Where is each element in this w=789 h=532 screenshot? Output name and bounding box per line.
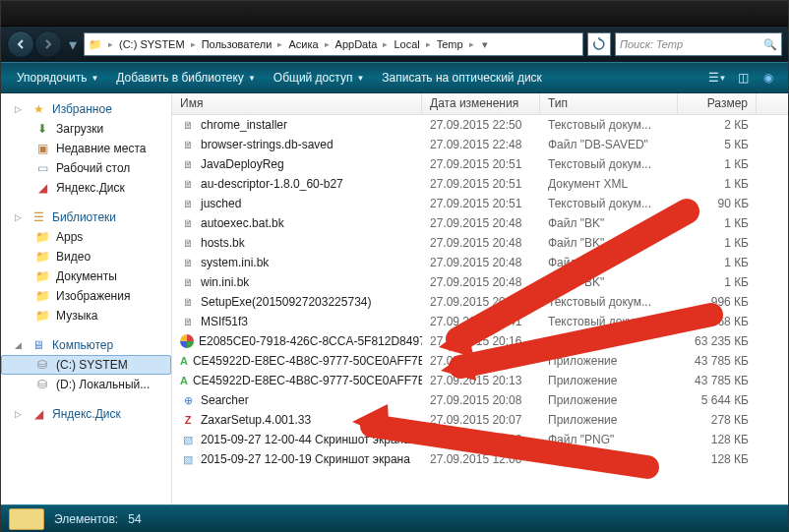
sidebar-favorites-header[interactable]: ▷ ★ Избранное [1, 99, 171, 119]
file-row[interactable]: 🗎system.ini.bk27.09.2015 20:48Файл "BK"1… [172, 253, 788, 272]
column-size[interactable]: Размер [678, 93, 757, 114]
sidebar-item-images[interactable]: 📁Изображения [1, 286, 171, 306]
address-dropdown[interactable]: ▾ [476, 38, 494, 51]
preview-pane-button[interactable]: ◫ [731, 66, 755, 89]
file-row[interactable]: 🗎jusched27.09.2015 20:51Текстовый докум.… [172, 194, 788, 213]
view-button[interactable]: ☰▼ [705, 66, 729, 89]
file-name: system.ini.bk [201, 256, 269, 269]
explorer-window: ▾ 📁 ▸ (C:) SYSTEM ▸ Пользователи ▸ Асика… [0, 0, 789, 532]
sidebar-item-drive-d[interactable]: ⛁(D:) Локальный... [1, 375, 171, 394]
file-type: Файл "DB-SAVED" [540, 138, 678, 151]
back-button[interactable] [7, 30, 34, 58]
file-type: Файл "BK" [540, 256, 678, 269]
file-name: win.ini.bk [201, 275, 249, 289]
sidebar-libraries-header[interactable]: ▷ ☰ Библиотеки [1, 207, 171, 227]
file-date: 27.09.2015 20:48 [422, 216, 540, 230]
sidebar-item-recent[interactable]: ▣Недавние места [1, 139, 171, 158]
file-row[interactable]: 🗎autoexec.bat.bk27.09.2015 20:48Файл "BK… [172, 213, 788, 233]
breadcrumb-item[interactable]: Temp [433, 33, 467, 55]
folder-icon: 📁 [34, 249, 50, 265]
file-type: Файл "BK" [540, 216, 678, 230]
column-type[interactable]: Тип [540, 93, 678, 114]
breadcrumb-item[interactable]: AppData [332, 33, 382, 55]
chevron-right-icon: ▸ [467, 39, 476, 49]
file-date: 27.09.2015 12:00 [422, 433, 540, 446]
chevron-right-icon: ▸ [424, 39, 433, 49]
sidebar-item-documents[interactable]: 📁Документы [1, 266, 171, 286]
breadcrumb-item[interactable]: Асика [284, 33, 322, 55]
statusbar: Элементов: 54 [1, 504, 788, 532]
file-date: 27.09.2015 20:42 [422, 295, 540, 309]
sidebar-item-apps[interactable]: 📁Apps [1, 227, 171, 247]
add-library-button[interactable]: Добавить в библиотеку ▼ [108, 67, 263, 89]
file-row[interactable]: E2085CE0-7918-426C-8CCA-5F812D84974927.0… [172, 331, 788, 351]
file-row[interactable]: 🗎chrome_installer27.09.2015 22:50Текстов… [172, 115, 788, 135]
file-name: E2085CE0-7918-426C-8CCA-5F812D849749 [199, 334, 422, 348]
file-list: Имя Дата изменения Тип Размер 🗎chrome_in… [172, 93, 788, 504]
sidebar-item-downloads[interactable]: ⬇Загрузки [1, 119, 171, 139]
file-row[interactable]: 🗎au-descriptor-1.8.0_60-b2727.09.2015 20… [172, 174, 788, 194]
breadcrumb-item[interactable]: Local [390, 33, 423, 55]
file-date: 27.09.2015 20:41 [422, 315, 540, 328]
file-date: 27.09.2015 20:08 [422, 393, 540, 407]
file-row[interactable]: 🗎browser-strings.db-saved27.09.2015 22:4… [172, 135, 788, 154]
file-size: 128 КБ [678, 433, 757, 446]
file-row[interactable]: 🗎MSIf51f327.09.2015 20:41Текстовый докум… [172, 312, 788, 331]
share-button[interactable]: Общий доступ ▼ [266, 67, 373, 89]
sidebar-item-yadisk[interactable]: ◢Яндекс.Диск [1, 178, 171, 198]
file-size: 1 КБ [678, 216, 757, 230]
search-input[interactable]: Поиск: Temp 🔍 [615, 32, 782, 56]
forward-button[interactable] [34, 30, 62, 58]
library-icon: ☰ [30, 209, 46, 225]
file-row[interactable]: ▧2015-09-27 12-00-19 Скриншот экрана27.0… [172, 449, 788, 469]
organize-button[interactable]: Упорядочить ▼ [9, 67, 106, 89]
file-name: 2015-09-27 12-00-19 Скриншот экрана [201, 452, 410, 466]
sidebar-item-drive-c[interactable]: ⛁(C:) SYSTEM [1, 355, 171, 375]
yadisk-icon: ◢ [34, 180, 50, 196]
column-date[interactable]: Дата изменения [422, 93, 540, 114]
file-row[interactable]: ⊕Searcher27.09.2015 20:08Приложение5 644… [172, 390, 788, 410]
file-name: Searcher [201, 393, 249, 407]
toolbar: Упорядочить ▼ Добавить в библиотеку ▼ Об… [1, 62, 788, 93]
help-button[interactable]: ◉ [757, 66, 780, 89]
file-type: Файл "PNG" [540, 433, 678, 446]
file-row[interactable]: 🗎JavaDeployReg27.09.2015 20:51Текстовый … [172, 154, 788, 174]
drive-icon: ⛁ [34, 377, 50, 392]
breadcrumb-item[interactable]: (C:) SYSTEM [115, 33, 189, 55]
file-row[interactable]: ZZaxarSetup.4.001.3327.09.2015 20:07Прил… [172, 410, 788, 430]
file-size: 2 КБ [678, 118, 757, 132]
file-row[interactable]: 🗎win.ini.bk27.09.2015 20:48Файл "BK"1 КБ [172, 272, 788, 292]
column-name[interactable]: Имя [172, 93, 422, 114]
nav-arrows [7, 30, 62, 58]
nav-history-dropdown[interactable]: ▾ [66, 32, 80, 56]
sidebar-item-desktop[interactable]: ▭Рабочий стол [1, 158, 171, 178]
file-date: 27.09.2015 22:48 [422, 138, 540, 151]
chevron-down-icon: ▼ [248, 74, 256, 83]
burn-button[interactable]: Записать на оптический диск [374, 67, 550, 89]
status-count: 54 [128, 512, 141, 526]
file-row[interactable]: 🗎hosts.bk27.09.2015 20:48Файл "BK"1 КБ [172, 233, 788, 253]
address-bar[interactable]: 📁 ▸ (C:) SYSTEM ▸ Пользователи ▸ Асика ▸… [84, 32, 583, 56]
sidebar-item-music[interactable]: 📁Музыка [1, 306, 171, 325]
folder-icon: 📁 [34, 268, 50, 284]
sidebar-computer-header[interactable]: ◢ 🖥 Компьютер [1, 335, 171, 355]
file-row[interactable]: 🗎SetupExe(20150927203225734)27.09.2015 2… [172, 292, 788, 312]
collapse-icon: ▷ [15, 212, 25, 222]
file-row[interactable]: ACE45922D-E8EC-4B8C-9777-50CE0AFF7EEF27.… [172, 371, 788, 390]
sidebar-item-videos[interactable]: 📁Видео [1, 247, 171, 266]
file-row[interactable]: ACE45922D-E8EC-4B8C-9777-50CE0AFF7E...27… [172, 351, 788, 371]
file-size: 5 644 КБ [678, 393, 757, 407]
file-type: Приложение [540, 334, 678, 348]
file-name: hosts.bk [201, 236, 245, 250]
file-type: Файл "PNG" [540, 452, 678, 466]
breadcrumb-item[interactable]: Пользователи [198, 33, 276, 55]
file-date: 27.09.2015 20:48 [422, 236, 540, 250]
refresh-button[interactable] [587, 32, 611, 56]
chevron-down-icon: ▼ [356, 74, 364, 83]
file-row[interactable]: ▧2015-09-27 12-00-44 Скриншот экрана27.0… [172, 430, 788, 449]
file-name: JavaDeployReg [201, 157, 284, 171]
file-date: 27.09.2015 20:51 [422, 177, 540, 191]
sidebar-yadisk-header[interactable]: ▷ ◢ Яндекс.Диск [1, 404, 171, 424]
file-name: 2015-09-27 12-00-44 Скриншот экрана [201, 433, 410, 446]
search-placeholder: Поиск: Temp [620, 38, 683, 50]
